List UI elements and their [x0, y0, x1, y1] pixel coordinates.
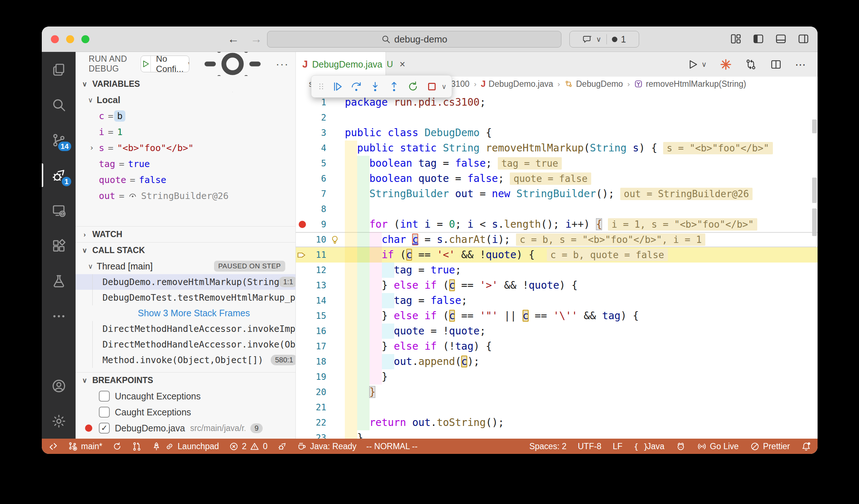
- breadcrumb-item[interactable]: DebugDemo: [564, 79, 623, 89]
- code-line-3[interactable]: 3public class DebugDemo {: [296, 125, 818, 141]
- command-center-search[interactable]: debug-demo: [267, 31, 561, 48]
- code-line-19[interactable]: 19 }: [296, 369, 818, 385]
- breadcrumb-item[interactable]: JDebugDemo.java: [481, 79, 553, 89]
- status-debug-status[interactable]: [277, 442, 287, 451]
- step-out-button[interactable]: [386, 78, 402, 95]
- toggle-primary-sidebar-icon[interactable]: [752, 33, 765, 45]
- status-go-live[interactable]: Go Live: [697, 442, 739, 451]
- section-call-stack-header[interactable]: ∨CALL STACK: [76, 242, 295, 258]
- status-notifications-bell[interactable]: [801, 442, 811, 451]
- code-line-8[interactable]: 8: [296, 202, 818, 217]
- activity-explorer[interactable]: [42, 52, 76, 87]
- stack-frame-1[interactable]: DebugDemoTest.testRemoveHtmlMarkup_prese: [76, 290, 295, 305]
- code-line-15[interactable]: 15 } else if (c == '"' || c == '\'' && t…: [296, 308, 818, 324]
- start-debug-button[interactable]: [141, 56, 151, 72]
- status-sync-changes[interactable]: [112, 442, 122, 451]
- code-line-21[interactable]: 21: [296, 400, 818, 415]
- status-remote-window[interactable]: [48, 442, 58, 451]
- status-pet-extension[interactable]: [676, 442, 686, 451]
- step-into-button[interactable]: [367, 78, 383, 95]
- variable-i[interactable]: i=1: [76, 124, 295, 140]
- code-line-18[interactable]: 18 out.append(c);: [296, 354, 818, 369]
- breakpoint-item-1[interactable]: Caught Exceptions: [76, 404, 295, 420]
- status-git-branch[interactable]: main*: [68, 442, 102, 451]
- variable-tag[interactable]: tag=true: [76, 156, 295, 172]
- activity-source-control[interactable]: 14: [42, 122, 76, 158]
- code-line-22[interactable]: 22 return out.toString();: [296, 415, 818, 430]
- toolbar-more-chevron[interactable]: ∨: [441, 82, 447, 91]
- code-line-12[interactable]: 12 tag = true;: [296, 263, 818, 278]
- toggle-secondary-sidebar-icon[interactable]: [797, 33, 810, 45]
- views-more-actions[interactable]: ···: [276, 60, 289, 68]
- editor-more-actions[interactable]: ⋯: [795, 58, 807, 71]
- call-stack-thread[interactable]: ∨Thread [main]PAUSED ON STEP: [76, 258, 295, 274]
- breakpoint-checkbox[interactable]: [99, 407, 110, 418]
- scrollbar-thumb[interactable]: [812, 178, 817, 203]
- code-line-13[interactable]: 13 } else if (c == '>' && !quote) {: [296, 278, 818, 293]
- compare-changes-icon[interactable]: [745, 58, 757, 70]
- breakpoint-item-2[interactable]: ✓DebugDemo.javasrc/main/java/r...9: [76, 420, 295, 436]
- link-label[interactable]: Show 3 More Stack Frames: [138, 308, 250, 318]
- activity-search[interactable]: [42, 87, 76, 122]
- breadcrumb-item[interactable]: removeHtmlMarkup(String): [634, 79, 746, 89]
- stop-button[interactable]: [423, 78, 440, 95]
- stack-frame-0[interactable]: DebugDemo.removeHtmlMarkup(String)1:1: [76, 274, 295, 290]
- code-line-5[interactable]: 5 boolean tag = false;tag = true: [296, 156, 818, 171]
- code-line-16[interactable]: 16 quote = !quote;: [296, 324, 818, 339]
- activity-extensions[interactable]: [42, 228, 76, 263]
- variable-out[interactable]: out=StringBuilder@26: [76, 188, 295, 204]
- code-line-11[interactable]: 11 if (c == '<' && !quote) { c = b, quot…: [296, 247, 818, 263]
- close-window-button[interactable]: [51, 35, 59, 43]
- section-breakpoints-header[interactable]: ∨BREAKPOINTS: [76, 372, 295, 388]
- code-editor[interactable]: 1package run.pdi.cs3100;23public class D…: [296, 91, 818, 439]
- code-line-9[interactable]: 9 for (int i = 0; i < s.length(); i++) {…: [296, 217, 818, 232]
- variables-scope-local[interactable]: ∨Local: [76, 92, 295, 108]
- breakpoint-checkbox[interactable]: [99, 391, 110, 402]
- code-line-17[interactable]: 17 } else if (!tag) {: [296, 339, 818, 354]
- tab-debugdemo-java[interactable]: J DebugDemo.java U ×: [296, 52, 386, 77]
- code-line-2[interactable]: 2: [296, 110, 818, 125]
- split-editor-icon[interactable]: [770, 58, 782, 70]
- copilot-chat-control[interactable]: ∨ 1: [569, 31, 639, 48]
- toolbar-drag-handle[interactable]: [316, 81, 327, 92]
- status-indentation[interactable]: Spaces: 2: [529, 442, 566, 451]
- activity-testing[interactable]: [42, 263, 76, 298]
- extension-sparkle-icon[interactable]: [720, 58, 732, 70]
- code-line-6[interactable]: 6 boolean quote = false;quote = false: [296, 171, 818, 186]
- lightbulb-icon[interactable]: [330, 235, 340, 245]
- back-button[interactable]: ←: [225, 32, 241, 46]
- breakpoint-item-0[interactable]: Uncaught Exceptions: [76, 388, 295, 404]
- activity-settings[interactable]: [42, 403, 76, 439]
- chevron-right-icon[interactable]: ›: [89, 143, 94, 152]
- status-encoding[interactable]: UTF-8: [578, 442, 601, 451]
- status-problems[interactable]: 20: [229, 442, 268, 451]
- stack-frame-4[interactable]: DirectMethodHandleAccessor.invoke(Object: [76, 337, 295, 352]
- status-launchpad[interactable]: Launchpad: [152, 442, 219, 451]
- status-prettier[interactable]: Prettier: [750, 442, 790, 451]
- zoom-window-button[interactable]: [81, 35, 89, 43]
- code-line-7[interactable]: 7 StringBuilder out = new StringBuilder(…: [296, 186, 818, 202]
- activity-accounts[interactable]: [42, 368, 76, 403]
- activity-more-views[interactable]: [42, 298, 76, 334]
- close-tab-icon[interactable]: ×: [400, 59, 406, 70]
- show-more-stack-frames-link[interactable]: Show 3 More Stack Frames: [76, 305, 295, 321]
- variable-quote[interactable]: quote=false: [76, 172, 295, 188]
- toggle-panel-icon[interactable]: [775, 33, 787, 45]
- continue-button[interactable]: [329, 78, 346, 95]
- run-java-button[interactable]: ∨: [687, 58, 707, 70]
- forward-button[interactable]: →: [248, 32, 264, 46]
- section-variables-header[interactable]: ∨VARIABLES: [76, 76, 295, 92]
- status-vim-mode[interactable]: -- NORMAL --: [366, 442, 418, 451]
- chevron-down-icon[interactable]: ∨: [187, 60, 189, 68]
- code-line-20[interactable]: 20 }: [296, 385, 818, 400]
- status-eol[interactable]: LF: [613, 442, 622, 451]
- status-language-mode[interactable]: { }Java: [634, 442, 665, 451]
- code-line-10[interactable]: 10 char c = s.charAt(i);c = b, s = "<b>"…: [296, 232, 818, 247]
- minimize-window-button[interactable]: [66, 35, 74, 43]
- stack-frame-3[interactable]: DirectMethodHandleAccessor.invokeImpl(Ob: [76, 321, 295, 337]
- variable-s[interactable]: ›s="<b>"foo"</b>": [76, 140, 295, 156]
- stack-frame-5[interactable]: Method.invoke(Object,Object[])580:1: [76, 352, 295, 368]
- launch-config-control[interactable]: No Confi... ∨: [141, 56, 189, 72]
- activity-remote-explorer[interactable]: [42, 193, 76, 228]
- customize-layout-icon[interactable]: [730, 33, 742, 45]
